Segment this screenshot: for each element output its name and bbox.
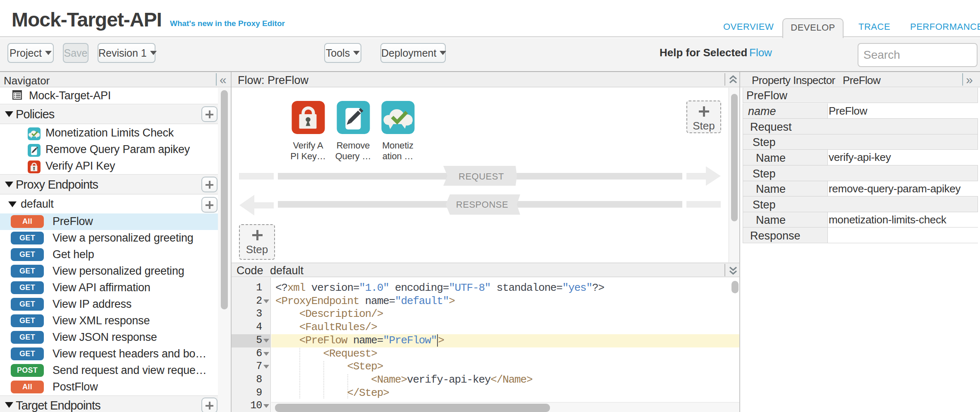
svg-text:REQUEST: REQUEST — [459, 171, 504, 182]
svg-text:RESPONSE: RESPONSE — [456, 199, 508, 210]
